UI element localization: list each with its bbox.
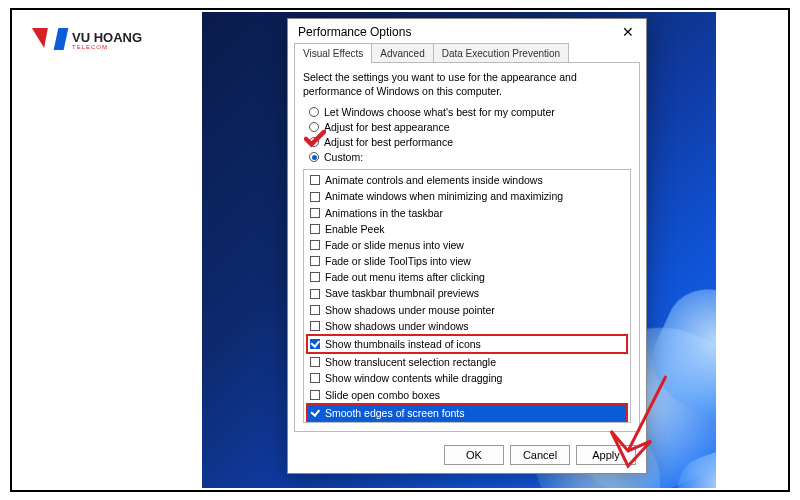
- windows-desktop: Performance Options ✕ Visual Effects Adv…: [202, 12, 716, 488]
- radio-label: Adjust for best performance: [324, 136, 453, 148]
- checkbox-icon[interactable]: [310, 175, 320, 185]
- logo-name: VU HOANG: [72, 31, 142, 44]
- option-row[interactable]: Show shadows under windows: [308, 318, 626, 334]
- option-row[interactable]: Show thumbnails instead of icons: [308, 336, 626, 352]
- option-label: Show window contents while dragging: [325, 371, 502, 385]
- checkbox-icon[interactable]: [310, 357, 320, 367]
- option-label: Show shadows under mouse pointer: [325, 303, 495, 317]
- option-label: Enable Peek: [325, 222, 385, 236]
- tutorial-frame: VU HOANG TELECOM Performance Options ✕ V…: [10, 8, 790, 492]
- radio-label: Let Windows choose what's best for my co…: [324, 106, 555, 118]
- option-row[interactable]: Animate windows when minimizing and maxi…: [308, 188, 626, 204]
- tab-visual-effects[interactable]: Visual Effects: [294, 43, 372, 63]
- dialog-titlebar: Performance Options ✕: [288, 19, 646, 43]
- option-label: Animations in the taskbar: [325, 206, 443, 220]
- checkbox-icon[interactable]: [310, 373, 320, 383]
- cancel-button[interactable]: Cancel: [510, 445, 570, 465]
- radio-label: Custom:: [324, 151, 363, 163]
- radio-1[interactable]: Adjust for best appearance: [309, 121, 631, 133]
- option-label: Save taskbar thumbnail previews: [325, 286, 479, 300]
- checkbox-icon[interactable]: [310, 256, 320, 266]
- red-highlight-box: Show thumbnails instead of icons: [306, 334, 628, 354]
- vuhoang-logo: VU HOANG TELECOM: [32, 26, 142, 54]
- radio-3[interactable]: Custom:: [309, 151, 631, 163]
- checkbox-icon[interactable]: [310, 305, 320, 315]
- dialog-title: Performance Options: [298, 25, 411, 39]
- option-row[interactable]: Fade out menu items after clicking: [308, 269, 626, 285]
- checkbox-icon[interactable]: [310, 321, 320, 331]
- checkbox-icon[interactable]: [310, 208, 320, 218]
- checkbox-icon[interactable]: [310, 339, 320, 349]
- option-row[interactable]: Show translucent selection rectangle: [308, 354, 626, 370]
- option-label: Show translucent selection rectangle: [325, 355, 496, 369]
- checkbox-icon[interactable]: [310, 192, 320, 202]
- option-row[interactable]: Enable Peek: [308, 221, 626, 237]
- option-label: Smooth edges of screen fonts: [325, 406, 465, 420]
- close-button[interactable]: ✕: [618, 25, 638, 39]
- option-row[interactable]: Animations in the taskbar: [308, 205, 626, 221]
- apply-button[interactable]: Apply: [576, 445, 636, 465]
- option-label: Show shadows under windows: [325, 319, 469, 333]
- option-row[interactable]: Fade or slide menus into view: [308, 237, 626, 253]
- red-check-annotation-icon: [304, 130, 326, 150]
- option-row[interactable]: Show shadows under mouse pointer: [308, 302, 626, 318]
- red-highlight-box: Smooth edges of screen fonts: [306, 403, 628, 423]
- visual-effects-panel: Select the settings you want to use for …: [294, 62, 640, 432]
- option-label: Animate windows when minimizing and maxi…: [325, 189, 563, 203]
- option-row[interactable]: Fade or slide ToolTips into view: [308, 253, 626, 269]
- radio-2[interactable]: Adjust for best performance: [309, 136, 631, 148]
- radio-dot-icon: [309, 107, 319, 117]
- dialog-button-bar: OK Cancel Apply: [288, 439, 646, 473]
- option-row[interactable]: Show window contents while dragging: [308, 370, 626, 386]
- ok-button[interactable]: OK: [444, 445, 504, 465]
- option-label: Fade or slide ToolTips into view: [325, 254, 471, 268]
- option-row[interactable]: Animate controls and elements inside win…: [308, 172, 626, 188]
- tab-advanced[interactable]: Advanced: [371, 43, 433, 63]
- performance-options-dialog: Performance Options ✕ Visual Effects Adv…: [287, 18, 647, 474]
- radio-dot-icon: [309, 152, 319, 162]
- radio-label: Adjust for best appearance: [324, 121, 450, 133]
- option-label: Animate controls and elements inside win…: [325, 173, 543, 187]
- dialog-tabs: Visual Effects Advanced Data Execution P…: [288, 43, 646, 63]
- option-label: Fade out menu items after clicking: [325, 270, 485, 284]
- checkbox-icon[interactable]: [310, 272, 320, 282]
- option-row[interactable]: Save taskbar thumbnail previews: [308, 285, 626, 301]
- option-label: Show thumbnails instead of icons: [325, 337, 481, 351]
- checkbox-icon[interactable]: [310, 240, 320, 250]
- option-label: Fade or slide menus into view: [325, 238, 464, 252]
- option-row[interactable]: Slide open combo boxes: [308, 387, 626, 403]
- option-label: Slide open combo boxes: [325, 388, 440, 402]
- radio-0[interactable]: Let Windows choose what's best for my co…: [309, 106, 631, 118]
- instruction-text: Select the settings you want to use for …: [303, 71, 631, 98]
- tab-dep[interactable]: Data Execution Prevention: [433, 43, 569, 63]
- checkbox-icon[interactable]: [310, 408, 320, 418]
- visual-effects-listbox[interactable]: Animate controls and elements inside win…: [303, 169, 631, 423]
- checkbox-icon[interactable]: [310, 289, 320, 299]
- logo-mark-icon: [32, 26, 68, 54]
- option-row[interactable]: Smooth edges of screen fonts: [308, 405, 626, 421]
- checkbox-icon[interactable]: [310, 224, 320, 234]
- checkbox-icon[interactable]: [310, 390, 320, 400]
